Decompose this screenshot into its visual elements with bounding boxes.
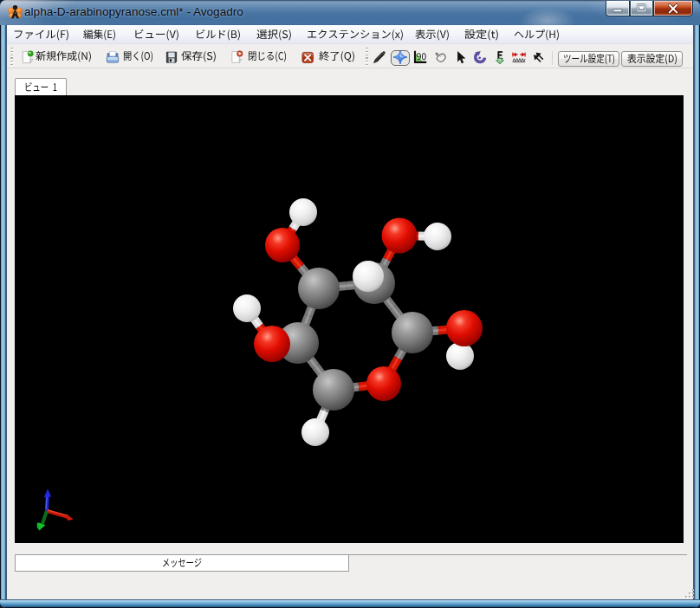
atoms-layer — [233, 198, 483, 446]
menu-help[interactable] — [514, 25, 560, 44]
view-tab[interactable] — [15, 78, 67, 95]
message-tab[interactable] — [15, 554, 349, 572]
tools-toolbar-handle[interactable] — [366, 48, 368, 66]
menu-extensions[interactable] — [307, 25, 404, 44]
maximize-button[interactable] — [630, 1, 653, 16]
save-button-label — [181, 49, 217, 63]
z-axis-arrow — [44, 489, 51, 512]
menu-file[interactable] — [13, 25, 69, 44]
menu-file-label — [13, 28, 69, 42]
new-document-icon — [21, 50, 35, 64]
menu-view[interactable] — [133, 25, 179, 44]
minimize-icon — [606, 1, 629, 16]
menu-display[interactable] — [415, 25, 450, 44]
draw-tool-button[interactable] — [369, 47, 390, 68]
titlebar[interactable]: alpha-D-arabinopyranose.cml* - Avogadro — [0, 0, 700, 25]
x-axis-arrow — [47, 510, 74, 521]
atom-O — [366, 366, 401, 401]
quit-icon — [301, 50, 314, 64]
save-icon — [165, 50, 178, 64]
bond-centric-tool-icon — [413, 50, 427, 64]
client-area — [7, 25, 693, 599]
gl-viewport[interactable] — [15, 95, 684, 543]
atom-O — [446, 310, 483, 346]
menu-settings-label — [464, 28, 499, 42]
view-tab-label — [24, 81, 57, 94]
atom-C — [392, 312, 433, 353]
avogadro-window: alpha-D-arabinopyranose.cml* - Avogadro — [0, 0, 700, 608]
close-file-icon — [230, 50, 244, 64]
manipulate-tool-button[interactable] — [430, 47, 450, 68]
new-file-button[interactable] — [16, 46, 97, 68]
avogadro-app-icon — [8, 4, 23, 19]
molecule-render — [15, 95, 684, 543]
atom-O — [254, 326, 290, 362]
window-controls — [606, 1, 693, 16]
atom-C — [298, 268, 340, 309]
navigate-tool-button[interactable] — [391, 50, 410, 67]
menu-edit-label — [83, 28, 116, 42]
atom-O — [265, 228, 300, 262]
y-axis-arrow — [38, 511, 47, 531]
manipulate-tool-icon — [433, 50, 447, 64]
tool-settings-label — [563, 52, 615, 66]
toolbar-handle[interactable] — [10, 48, 13, 66]
close-button-label — [248, 49, 287, 63]
align-tool-button[interactable] — [529, 47, 550, 68]
minimize-button[interactable] — [606, 1, 630, 16]
window-border-left — [0, 25, 7, 599]
open-file-icon — [106, 50, 120, 64]
atom-H — [353, 261, 384, 292]
selection-tool-icon — [453, 50, 467, 64]
message-tab-label — [162, 556, 202, 570]
atom-H — [301, 418, 329, 446]
atom-O — [382, 218, 418, 254]
window-border-bottom — [0, 599, 700, 608]
window-border-right — [693, 25, 700, 599]
maximize-icon — [631, 1, 652, 16]
measure-tool-icon — [512, 50, 526, 64]
selection-tool-button[interactable] — [450, 47, 470, 68]
close-button[interactable] — [653, 1, 693, 16]
atom-H — [424, 223, 451, 250]
axes-indicator — [32, 485, 84, 537]
menu-view-label — [133, 28, 179, 42]
menu-settings[interactable] — [464, 25, 499, 44]
align-tool-icon — [533, 50, 547, 64]
close-icon — [654, 1, 692, 16]
menu-extensions-label — [307, 28, 404, 42]
atom-H — [446, 342, 474, 370]
menu-select[interactable] — [256, 25, 292, 44]
tool-settings-button[interactable] — [558, 51, 619, 67]
draw-tool-icon — [373, 50, 386, 64]
auto-optimize-tool-icon — [493, 50, 507, 64]
menu-edit[interactable] — [83, 25, 116, 44]
toolbar — [7, 44, 693, 68]
atom-H — [233, 294, 261, 322]
menu-build[interactable] — [195, 25, 241, 44]
open-button[interactable] — [100, 46, 159, 68]
menu-select-label — [256, 28, 292, 42]
menu-display-label — [415, 28, 450, 42]
window-title: alpha-D-arabinopyranose.cml* - Avogadro — [24, 0, 243, 23]
close-button[interactable] — [226, 46, 293, 68]
menu-help-label — [514, 28, 560, 42]
new-file-button-label — [36, 49, 92, 63]
auto-rotate-tool-icon — [473, 50, 487, 64]
resize-grip[interactable] — [682, 585, 696, 599]
bond-centric-tool-button[interactable] — [410, 47, 431, 68]
display-settings-button[interactable] — [621, 51, 683, 67]
measure-tool-button[interactable] — [509, 47, 529, 68]
auto-optimize-tool-button[interactable] — [489, 47, 510, 68]
quit-button-label — [319, 49, 355, 63]
menu-build-label — [195, 28, 241, 42]
menubar — [7, 25, 693, 44]
display-settings-label — [627, 52, 677, 66]
save-button[interactable] — [160, 46, 223, 68]
auto-rotate-tool-button[interactable] — [470, 47, 490, 68]
atom-C — [313, 369, 354, 411]
navigate-tool-icon — [393, 50, 407, 64]
quit-button[interactable] — [296, 46, 361, 68]
atom-H — [289, 198, 317, 226]
toolbar-separator — [552, 51, 553, 65]
